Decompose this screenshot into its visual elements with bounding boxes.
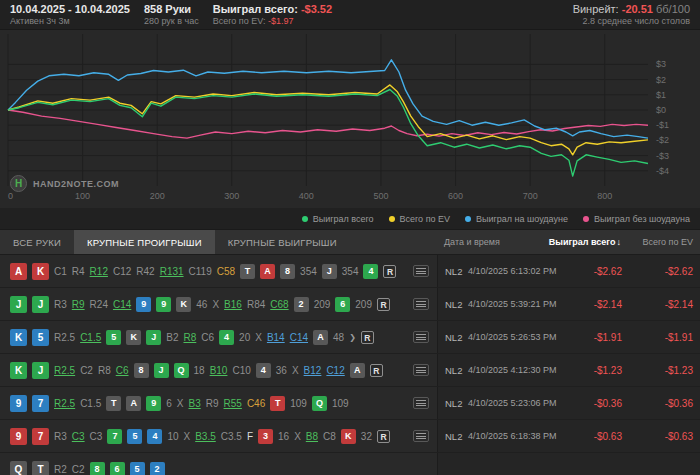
pot-size: 209 <box>355 299 372 310</box>
stake-label: NL2 <box>438 332 468 343</box>
table-row[interactable]: 97R3C3C375410XB3.5C3.5F316XB8C8K32R NL2 … <box>0 420 700 453</box>
svg-text:0: 0 <box>8 191 13 201</box>
action-token: R12 <box>90 266 108 277</box>
hand-menu-button[interactable] <box>413 265 429 277</box>
board-card-chip: T <box>106 396 121 411</box>
legend-dot-icon <box>302 216 308 222</box>
ev-amount: -$0.36 <box>622 398 700 409</box>
column-header-date[interactable]: Дата и время <box>437 237 541 247</box>
board-card-chip: 3 <box>258 429 273 444</box>
won-amount: -$2.62 <box>556 266 622 277</box>
hand2note-window: 10.04.2025 - 10.04.2025 Активен 3ч 3м 85… <box>0 0 700 475</box>
stats-header: 10.04.2025 - 10.04.2025 Активен 3ч 3м 85… <box>0 0 700 30</box>
action-token: C1 <box>54 266 67 277</box>
hands-table: AKC1R4R12C12R42R131C119C58TA8354J3544R N… <box>0 255 700 475</box>
action-token: X <box>184 431 191 442</box>
action-token: R2.5 <box>54 365 75 376</box>
table-row[interactable]: QTR2C28652 <box>0 453 700 475</box>
action-token: X <box>255 332 262 343</box>
action-token: R24 <box>90 299 108 310</box>
action-token: C3 <box>72 431 85 442</box>
svg-text:700: 700 <box>523 191 538 201</box>
svg-text:-$1: -$1 <box>656 120 669 130</box>
table-row[interactable]: 97R2.5C1.5TA96XB3R9R55C46T109Q109 NL2 4/… <box>0 387 700 420</box>
action-token: B16 <box>224 299 242 310</box>
hand-meta: NL2 4/10/2025 5:23:06 PM -$0.36 -$0.36 <box>437 387 700 419</box>
result-badge: R <box>370 364 383 377</box>
date-range: 10.04.2025 - 10.04.2025 <box>10 3 130 16</box>
legend-item: Выиграл всего <box>302 214 374 224</box>
hand-meta: NL2 4/10/2025 6:13:02 PM -$2.62 -$2.62 <box>437 255 700 287</box>
tab-big-losses[interactable]: КРУПНЫЕ ПРОИГРЫШИ <box>74 230 215 254</box>
table-row[interactable]: KJR2.5C2R8C68JQ18B10C10436XB12C12AR NL2 … <box>0 354 700 387</box>
hand-datetime: 4/10/2025 6:13:02 PM <box>468 266 556 276</box>
action-token: B8 <box>306 431 318 442</box>
action-token: C6 <box>201 332 214 343</box>
board-card-chip: 5 <box>127 429 142 444</box>
results-graph: 0100200300400500600700800$3$2$1$0-$1-$2-… <box>0 30 700 208</box>
tab-all-hands[interactable]: ВСЕ РУКИ <box>0 230 74 254</box>
board-card-chip: 4 <box>363 264 378 279</box>
hand-menu-button[interactable] <box>413 397 429 409</box>
active-time: Активен 3ч 3м <box>10 16 130 27</box>
avg-tables: 2.8 среднее число столов <box>573 16 690 27</box>
table-row[interactable]: AKC1R4R12C12R42R131C119C58TA8354J3544R N… <box>0 255 700 288</box>
ev-amount: -$1.23 <box>622 365 700 376</box>
hands-per-hour: 280 рук в час <box>144 16 199 27</box>
board-card-chip: 9 <box>146 396 161 411</box>
pot-size: 109 <box>290 398 307 409</box>
board-card-chip: 2 <box>294 297 309 312</box>
result-badge: R <box>383 265 396 278</box>
hand-meta: NL2 4/10/2025 5:26:53 PM -$1.91 -$1.91 <box>437 321 700 353</box>
ev-amount: -$1.91 <box>622 332 700 343</box>
action-token: C10 <box>232 365 250 376</box>
board-card-chip: 2 <box>150 462 165 475</box>
action-token: R8 <box>98 365 111 376</box>
pot-size: 48 <box>333 332 344 343</box>
result-badge: R <box>361 331 374 344</box>
pot-size: 32 <box>361 431 372 442</box>
allin-chevron-icon: ❯ <box>349 333 356 342</box>
svg-text:$0: $0 <box>656 105 666 115</box>
svg-text:400: 400 <box>299 191 314 201</box>
hand-menu-button[interactable] <box>413 430 429 442</box>
hand-summary: KJR2.5C2R8C68JQ18B10C10436XB12C12AR <box>10 362 407 379</box>
action-token: C46 <box>247 398 265 409</box>
hands-count: 858 Руки <box>144 3 199 16</box>
hand-summary: QTR2C28652 <box>10 461 437 475</box>
action-token: C1.5 <box>80 398 101 409</box>
action-token: R2.5 <box>54 398 75 409</box>
column-header-ev[interactable]: Всего по EV <box>621 237 700 247</box>
svg-text:300: 300 <box>224 191 239 201</box>
board-card-chip: 6 <box>110 462 125 475</box>
table-row[interactable]: JJR3R9R24C1499K46XB16R84C6822096209R NL2… <box>0 288 700 321</box>
won-amount: -$1.23 <box>556 365 622 376</box>
tab-big-wins[interactable]: КРУПНЫЕ ВЫИГРЫШИ <box>215 230 350 254</box>
hole-card-chip: K <box>32 263 49 280</box>
svg-text:$1: $1 <box>656 90 666 100</box>
action-token: C2 <box>72 464 85 475</box>
hand-menu-button[interactable] <box>413 298 429 310</box>
action-token: R2.5 <box>54 332 75 343</box>
svg-text:$3: $3 <box>656 59 666 69</box>
board-card-chip: 5 <box>130 462 145 475</box>
board-card-chip: J <box>322 264 337 279</box>
hand-summary: AKC1R4R12C12R42R131C119C58TA8354J3544R <box>10 263 407 280</box>
action-token: C2 <box>80 365 93 376</box>
hand-menu-button[interactable] <box>413 331 429 343</box>
table-row[interactable]: K5R2.5C1.55KJB2R8C6420XB14C14A48❯R NL2 4… <box>0 321 700 354</box>
pot-size: 20 <box>239 332 250 343</box>
hand-summary: 97R2.5C1.5TA96XB3R9R55C46T109Q109 <box>10 395 407 412</box>
column-header-won[interactable]: Выиграл всего↓ <box>541 237 621 247</box>
action-token: R42 <box>136 266 154 277</box>
pot-size: 354 <box>342 266 359 277</box>
hole-card-chip: T <box>32 461 49 475</box>
action-token: C8 <box>323 431 336 442</box>
hole-card-chip: J <box>10 296 27 313</box>
won-total-value: -$3.52 <box>301 3 332 15</box>
hand2note-logo-icon: H <box>10 175 27 192</box>
board-card-chip: 8 <box>90 462 105 475</box>
hand-menu-button[interactable] <box>413 364 429 376</box>
board-card-chip: 4 <box>256 363 271 378</box>
board-card-chip: 6 <box>335 297 350 312</box>
